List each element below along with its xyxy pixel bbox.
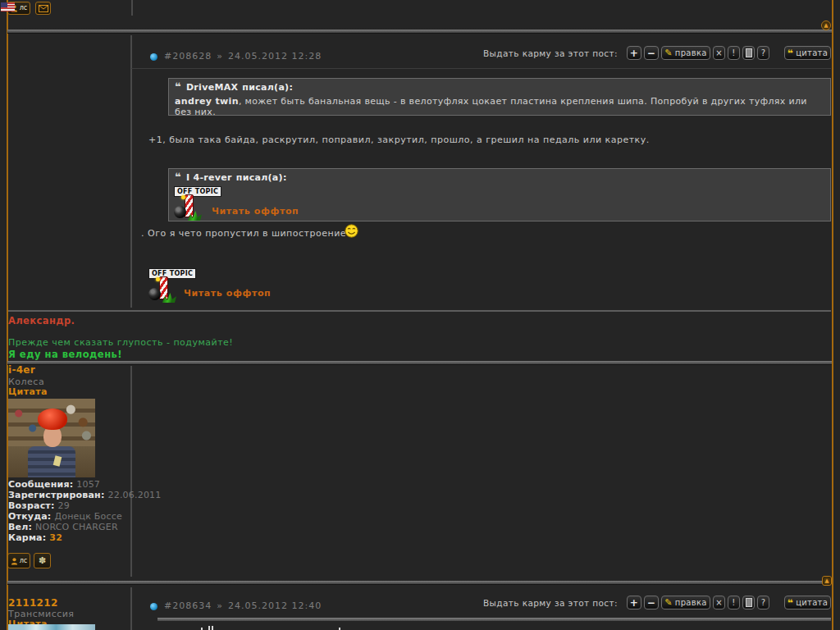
profile-username[interactable]: 2111212 [8,597,58,609]
column-divider [130,35,132,308]
profile-field-posts: Сообщения:1057 [8,479,130,490]
profile-fields: Сообщения:1057 Зарегистрирован:22.06.201… [8,479,130,543]
info-post-button[interactable] [742,46,755,60]
clipped-text-fragment [212,626,213,630]
report-post-button[interactable]: ! [728,596,740,609]
mentioned-user: andrey twin [175,96,239,107]
report-post-button[interactable]: ! [728,46,740,60]
forum-page: лс ▲ #208628»24.05.2012 12:28 Выдать кар… [0,0,840,630]
read-offtopic-link[interactable]: Читать оффтоп [184,288,271,299]
quote-post-button[interactable]: ❝цитата [784,46,831,60]
post-number[interactable]: #208628 [164,51,212,62]
question-icon: ? [761,598,766,607]
edit-post-button[interactable]: ✎правка [661,596,710,609]
profile-field-from: Откуда:Донецк Боссе [8,511,130,522]
post-header-separator: » [217,51,223,62]
warn-icon: ! [732,48,735,57]
pencil-icon: ✎ [664,48,673,57]
karma-toolbar: Выдать карму за этот пост: + − ✎правка ×… [483,46,831,60]
field-label: Откуда: [8,511,51,522]
quote-author: DriveMAX [186,82,238,93]
scroll-top-button[interactable]: ▲ [821,21,831,30]
quote-suffix: писал(а): [236,172,287,183]
plus-icon: + [630,598,638,608]
field-label: Сообщения: [8,479,73,490]
bomb-icon [174,194,202,221]
pm-button-label: лс [20,558,28,564]
quote-header: ❝ I 4-rever писал(а): [175,172,824,183]
note-icon [746,48,752,57]
post-header-rule [131,68,831,69]
person-icon [11,557,18,565]
bomb-spark [181,195,185,199]
karma-label: Выдать карму за этот пост: [483,48,618,58]
question-button[interactable]: ? [757,46,769,60]
karma-plus-button[interactable]: + [627,46,641,60]
quote-mark-icon: ❝ [175,172,181,181]
profile-field-bike: Вел:NORCO CHARGER [8,522,130,532]
right-page-border [832,0,833,630]
field-label: Карма: [8,532,46,543]
pm-button[interactable]: лс [7,553,30,568]
note-icon [746,598,752,607]
post-separator-bar [7,361,832,365]
post-paragraph: +1, была така байда, раскрутил, поправил… [148,135,650,145]
bomb-ball [174,206,186,218]
quote-block: ❝ DriveMAX писал(а): andrey twin, может … [168,78,831,116]
post-header-separator: » [217,600,223,611]
karma-plus-button[interactable]: + [627,596,641,609]
plus-icon: + [630,48,638,58]
quote-button-label: цитата [796,598,828,607]
post-header: #208628»24.05.2012 12:28 [164,51,326,62]
question-icon: ? [761,48,766,57]
up-arrow-icon: ▲ [824,22,828,29]
post-date: 24.05.2012 12:40 [228,600,322,611]
post-paragraph: . Ого я чето пропустил в шипостроение? [141,228,351,239]
warn-icon: ! [732,598,735,607]
profile-quote-link[interactable]: Цитата [8,386,48,397]
edit-button-label: правка [675,48,707,57]
clipped-text-fragment [208,626,210,630]
scroll-top-button[interactable]: ▲ [822,576,832,586]
profile-username[interactable]: i-4er [8,364,35,376]
signature-name: Александр. [8,315,75,326]
profile-field-registered: Зарегистрирован:22.06.2011 [8,490,130,500]
quote-post-button[interactable]: ❝цитата [784,596,831,609]
post-number[interactable]: #208634 [164,600,212,611]
quote-mark-icon: ❝ [175,82,181,91]
quote-mark-icon: ❝ [788,599,793,607]
us-flag-icon [1,2,15,11]
avatar [8,399,95,477]
profile-field-karma: Карма:32 [8,532,130,543]
field-label: Зарегистрирован: [8,490,105,500]
quote-button-label: цитата [796,48,828,57]
field-label: Вел: [8,522,32,532]
field-value: Донецк Боссе [54,511,121,522]
karma-minus-button[interactable]: − [644,46,659,60]
info-post-button[interactable] [742,596,755,609]
field-value: 22.06.2011 [108,490,162,500]
delete-post-button[interactable]: × [713,596,725,609]
delete-post-button[interactable]: × [713,46,725,60]
quote-mark-icon: ❝ [788,49,793,57]
karma-minus-button[interactable]: − [644,596,659,609]
quote-block: ❝ I 4-rever писал(а): OFF TOPIC Читать о… [168,168,831,221]
quote-author: I 4-rever [186,172,232,183]
edit-button-label: правка [675,598,707,607]
question-button[interactable]: ? [757,596,769,609]
pencil-icon: ✎ [664,598,673,607]
post-bullet-icon [150,603,158,610]
post-separator-bar [7,581,832,585]
profile-extra-button[interactable]: ✽ [34,553,51,568]
pm-button-label: лс [20,5,28,11]
edit-post-button[interactable]: ✎правка [661,46,710,60]
column-divider [130,366,132,577]
delete-icon: × [715,598,723,607]
signature-motto: Прежде чем сказать глупость - подумайте! [8,337,233,348]
smiley-icon [345,224,358,238]
field-label: Возраст: [8,500,55,511]
read-offtopic-link[interactable]: Читать оффтоп [212,206,299,217]
bomb-icon [148,276,176,303]
email-button[interactable] [35,2,51,15]
quote-body: andrey twin, может быть банальная вещь -… [175,96,824,117]
